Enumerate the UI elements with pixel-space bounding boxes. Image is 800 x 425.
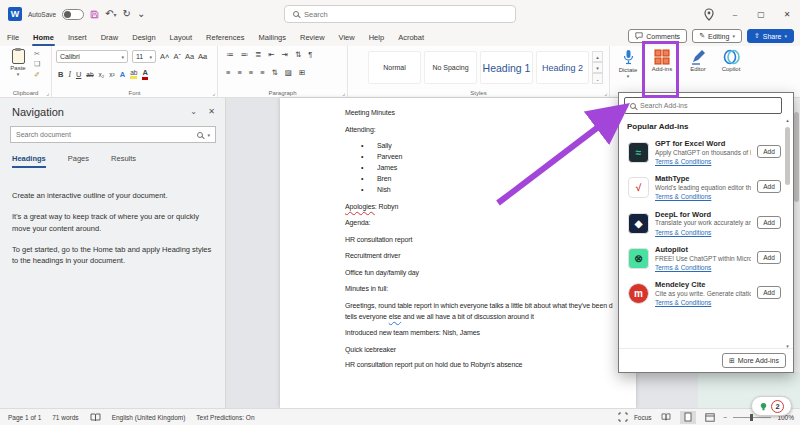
styles-scroll-down[interactable]: ▾ bbox=[592, 62, 603, 73]
nav-tab-results[interactable]: Results bbox=[111, 154, 136, 168]
navigation-search-input[interactable] bbox=[16, 131, 193, 138]
justify-button[interactable]: ≡ bbox=[260, 68, 264, 77]
tab-home[interactable]: Home bbox=[26, 28, 61, 46]
quick-access-more-icon[interactable]: ⌄ bbox=[137, 9, 145, 19]
maximize-button[interactable]: ▢ bbox=[748, 0, 774, 28]
shading-button[interactable]: ▨ bbox=[285, 68, 292, 77]
navigation-search-box[interactable]: ▾ bbox=[10, 126, 216, 143]
text-predictions-indicator[interactable]: Text Predictions: On bbox=[196, 414, 254, 421]
add-button[interactable]: Add bbox=[757, 286, 781, 299]
copilot-button[interactable]: Copilot bbox=[714, 49, 748, 72]
tab-view[interactable]: View bbox=[332, 28, 362, 46]
tab-mailings[interactable]: Mailings bbox=[251, 28, 293, 46]
add-button[interactable]: Add bbox=[757, 180, 781, 193]
underline-button[interactable]: U bbox=[76, 70, 81, 79]
grow-font-button[interactable]: A˄ bbox=[160, 52, 169, 61]
search-input[interactable] bbox=[304, 10, 507, 19]
font-color-button[interactable]: A bbox=[142, 68, 147, 80]
search-bar[interactable] bbox=[284, 5, 516, 23]
print-layout-button[interactable] bbox=[680, 411, 696, 424]
tab-help[interactable]: Help bbox=[362, 28, 391, 46]
tab-layout[interactable]: Layout bbox=[163, 28, 200, 46]
scrollbar-thumb[interactable] bbox=[785, 127, 790, 185]
increase-indent-button[interactable]: ⇥ bbox=[282, 50, 288, 59]
style-heading-2[interactable]: Heading 2 bbox=[536, 51, 589, 84]
align-center-button[interactable]: ≡ bbox=[237, 68, 241, 77]
navigation-collapse-icon[interactable]: ⌄ bbox=[190, 107, 197, 116]
add-ins-scrollbar[interactable]: ▴ ▾ bbox=[783, 117, 792, 349]
numbering-button[interactable]: ≕ bbox=[241, 50, 249, 59]
web-layout-button[interactable] bbox=[702, 411, 718, 424]
presence-pin-icon[interactable] bbox=[696, 0, 722, 28]
tab-review[interactable]: Review bbox=[293, 28, 332, 46]
font-name-select[interactable]: Calibri▾ bbox=[56, 50, 128, 63]
close-button[interactable]: ✕ bbox=[774, 0, 800, 28]
paste-button[interactable]: Paste▾ bbox=[6, 49, 30, 77]
add-ins-search-box[interactable] bbox=[624, 97, 782, 114]
editing-mode-button[interactable]: ✎ Editing ▾ bbox=[692, 29, 742, 43]
add-ins-search-input[interactable] bbox=[640, 102, 776, 109]
add-in-row-deepl-for-word[interactable]: ◆ DeepL for Word Translate your work acc… bbox=[619, 206, 785, 241]
undo-button[interactable]: ↶▾ bbox=[105, 9, 116, 19]
read-mode-button[interactable] bbox=[658, 411, 674, 424]
shrink-font-button[interactable]: Aˇ bbox=[173, 52, 181, 61]
tab-file[interactable]: File bbox=[0, 28, 26, 46]
font-dialog-launcher[interactable]: ⌟ bbox=[212, 89, 215, 96]
bold-button[interactable]: B bbox=[58, 70, 63, 79]
italic-button[interactable]: I bbox=[68, 70, 71, 79]
styles-scroll-up[interactable]: ▴ bbox=[592, 51, 603, 62]
scrollbar-thumb[interactable] bbox=[794, 112, 799, 202]
strikethrough-button[interactable]: ab bbox=[86, 71, 93, 78]
styles-dialog-launcher[interactable]: ⌟ bbox=[604, 89, 607, 96]
minimize-button[interactable]: – bbox=[722, 0, 748, 28]
terms-conditions-link[interactable]: Terms & Conditions bbox=[655, 192, 751, 201]
add-button[interactable]: Add bbox=[757, 216, 781, 229]
sort-button[interactable]: ⇅ bbox=[295, 50, 301, 59]
zoom-slider-thumb[interactable] bbox=[750, 414, 753, 421]
save-icon[interactable] bbox=[90, 10, 99, 19]
chevron-down-icon[interactable]: ▾ bbox=[207, 132, 210, 138]
scroll-up-icon[interactable]: ▴ bbox=[783, 117, 792, 123]
styles-more-button[interactable]: ⌄ bbox=[592, 73, 603, 84]
redo-button[interactable]: ↻ bbox=[123, 9, 131, 19]
autosave-toggle[interactable] bbox=[62, 9, 84, 20]
proofing-book-icon[interactable] bbox=[90, 413, 101, 422]
align-right-button[interactable]: ≡ bbox=[249, 68, 253, 77]
language-indicator[interactable]: English (United Kingdom) bbox=[112, 414, 186, 421]
clear-formatting-button[interactable]: A̶a bbox=[198, 52, 207, 61]
dictate-button[interactable]: Dictate▾ bbox=[610, 49, 646, 79]
zoom-out-button[interactable]: − bbox=[724, 414, 728, 421]
document-page[interactable]: Meeting Minutes Attending: Sally Parveen… bbox=[280, 98, 636, 408]
font-size-select[interactable]: 11▾ bbox=[132, 50, 156, 63]
show-formatting-button[interactable]: ¶ bbox=[308, 50, 312, 59]
bullets-button[interactable]: ≔ bbox=[226, 50, 234, 59]
nav-tab-pages[interactable]: Pages bbox=[68, 154, 89, 168]
decrease-indent-button[interactable]: ⇤ bbox=[268, 50, 274, 59]
add-in-row-autopilot[interactable]: ⊗ Autopilot FREE! Use ChatGPT within Mic… bbox=[619, 241, 785, 276]
focus-mode-button[interactable]: Focus bbox=[634, 414, 652, 421]
text-effects-button[interactable]: A bbox=[120, 70, 125, 79]
add-in-row-mathtype[interactable]: √ MathType World's leading equation edit… bbox=[619, 170, 785, 205]
copy-button[interactable]: ❏ bbox=[34, 60, 40, 68]
editor-button[interactable]: Editor bbox=[682, 49, 714, 72]
more-add-ins-button[interactable]: ⊞ More Add-ins bbox=[722, 353, 786, 368]
clipboard-dialog-launcher[interactable]: ⌟ bbox=[46, 89, 49, 96]
style-no-spacing[interactable]: No Spacing bbox=[424, 51, 477, 84]
multilevel-list-button[interactable]: ≣ bbox=[255, 50, 261, 59]
tab-acrobat[interactable]: Acrobat bbox=[391, 28, 431, 46]
add-button[interactable]: Add bbox=[757, 251, 781, 264]
text-highlight-button[interactable]: ab bbox=[130, 69, 137, 79]
add-in-row-gpt-for-excel-word[interactable]: ≈ GPT for Excel Word Apply ChatGPT on th… bbox=[619, 135, 785, 170]
borders-button[interactable]: ⊞ bbox=[299, 68, 305, 77]
terms-conditions-link[interactable]: Terms & Conditions bbox=[655, 298, 751, 307]
share-button[interactable]: ⇧ Share ▾ bbox=[747, 29, 794, 43]
page-indicator[interactable]: Page 1 of 1 bbox=[8, 414, 41, 421]
style-heading-1[interactable]: Heading 1 bbox=[480, 51, 533, 84]
tab-design[interactable]: Design bbox=[125, 28, 162, 46]
terms-conditions-link[interactable]: Terms & Conditions bbox=[655, 157, 751, 166]
tab-references[interactable]: References bbox=[199, 28, 251, 46]
word-count[interactable]: 71 words bbox=[52, 414, 78, 421]
tab-insert[interactable]: Insert bbox=[61, 28, 94, 46]
zoom-slider[interactable] bbox=[733, 417, 771, 418]
superscript-button[interactable]: x² bbox=[109, 71, 114, 78]
